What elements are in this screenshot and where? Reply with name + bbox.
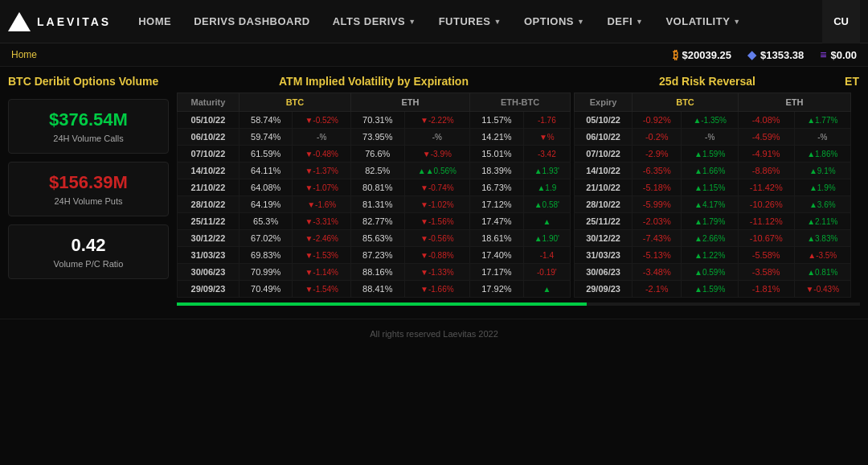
cell-eth-chg: ▼-0.74% — [404, 179, 470, 196]
nav-items: HOME DERIVS DASHBOARD ALTS DERIVS ▼ FUTU… — [127, 0, 822, 43]
cell-etb-chg: -1.4 — [523, 247, 570, 264]
cell-etb-chg: ▲0.58' — [523, 196, 570, 213]
table-row: 06/10/22 59.74% -% 73.95% -% 14.21% ▼% — [178, 129, 571, 146]
nav-home[interactable]: HOME — [127, 0, 182, 43]
cell-rr-val: -11.12% — [738, 213, 794, 230]
cell-rr-val: -5.58% — [738, 247, 794, 264]
puts-value: $156.39M — [20, 172, 157, 193]
cell-expiry: 30/12/22 — [575, 230, 633, 247]
cell-eth-chg: ▼-1.02% — [404, 196, 470, 213]
footer: All rights reserved Laevitas 2022 — [0, 319, 868, 348]
cell-etb-val: 17.92% — [470, 281, 524, 298]
table-row: 05/10/22 58.74% ▼-0.52% 70.31% ▼-2.22% 1… — [178, 112, 571, 129]
nav-defi[interactable]: DEFI ▼ — [596, 0, 654, 43]
main-content: BTC Deribit Options Volume $376.54M 24H … — [0, 67, 868, 311]
cell-eth-val: 87.23% — [350, 247, 404, 264]
cell-eth-val: 70.31% — [350, 112, 404, 129]
cell-rr-eth-chg: ▲9.1% — [794, 163, 850, 179]
table-row: 28/10/22 64.19% ▼-1.6% 81.31% ▼-1.02% 17… — [178, 196, 571, 213]
cell-rr-btc-chg: ▲1.66% — [682, 163, 738, 179]
cell-rr-eth-chg: ▲0.81% — [794, 264, 850, 281]
cell-btc-val: 67.02% — [239, 230, 293, 247]
table-row: 28/10/22 -5.99% ▲4.17% -10.26% ▲3.6% — [575, 196, 851, 213]
footer-text: All rights reserved Laevitas 2022 — [370, 329, 498, 339]
nav-volatility[interactable]: VOLATILITY ▼ — [654, 0, 751, 43]
table-row: 30/12/22 -7.43% ▲2.66% -10.67% ▲3.83% — [575, 230, 851, 247]
cell-rr-btc: -5.99% — [633, 196, 682, 213]
btc-price: ₿ $20039.25 — [673, 48, 731, 61]
nav-alts-derivs[interactable]: ALTS DERIVS ▼ — [321, 0, 428, 43]
cell-rr-eth-chg: ▲1.86% — [794, 146, 850, 163]
ratio-metric-box: 0.42 Volume P/C Ratio — [8, 224, 169, 279]
rr-table-wrapper: Expiry BTC ETH 05/10/22 -0.92% ▲-1.35% -… — [574, 93, 851, 298]
eth-price-value: $1353.38 — [760, 49, 804, 61]
cell-expiry: 28/10/22 — [575, 196, 633, 213]
cell-maturity: 30/06/23 — [178, 264, 240, 281]
cell-etb-chg: ▼% — [523, 129, 570, 146]
cell-eth-chg: ▼-1.56% — [404, 213, 470, 230]
cell-btc-chg: ▼-0.52% — [293, 112, 350, 129]
cell-etb-val: 17.40% — [470, 247, 524, 264]
cell-etb-chg: ▲ — [523, 281, 570, 298]
solana-icon: ≡ — [820, 48, 826, 61]
cell-eth-chg: ▼-2.22% — [404, 112, 470, 129]
tables-header: ATM Implied Volatility by Expiration 25d… — [177, 75, 860, 88]
cell-rr-val: -3.58% — [738, 264, 794, 281]
cell-expiry: 29/09/23 — [575, 281, 633, 298]
cell-etb-val: 17.12% — [470, 196, 524, 213]
cell-rr-val: -4.91% — [738, 146, 794, 163]
nav-cu[interactable]: CU — [822, 0, 860, 43]
cell-etb-val: 11.57% — [470, 112, 524, 129]
cell-maturity: 05/10/22 — [178, 112, 240, 129]
cell-btc-chg: -% — [293, 129, 350, 146]
logo-area[interactable]: LAEVITAS — [8, 12, 111, 31]
chevron-down-icon: ▼ — [636, 18, 643, 26]
cell-etb-val: 18.39% — [470, 163, 524, 179]
cell-eth-chg: ▲▲0.56% — [404, 163, 470, 179]
right-panel: ATM Implied Volatility by Expiration 25d… — [177, 75, 860, 311]
table-row: 30/12/22 67.02% ▼-2.46% 85.63% ▼-0.56% 1… — [178, 230, 571, 247]
rr-section-title: 25d Risk Reversal — [571, 75, 844, 88]
cell-expiry: 31/03/23 — [575, 247, 633, 264]
table-row: 06/10/22 -0.2% -% -4.59% -% — [575, 129, 851, 146]
cell-rr-val: -4.08% — [738, 112, 794, 129]
nav-derivs-dashboard[interactable]: DERIVS DASHBOARD — [182, 0, 321, 43]
calls-value: $376.54M — [20, 109, 157, 130]
cell-rr-btc-chg: ▲1.59% — [682, 281, 738, 298]
cell-rr-val: -4.59% — [738, 129, 794, 146]
cell-rr-btc: -6.35% — [633, 163, 682, 179]
cell-rr-eth-chg: ▼-0.43% — [794, 281, 850, 298]
nav-futures[interactable]: FUTURES ▼ — [428, 0, 513, 43]
cell-etb-chg: ▲ — [523, 213, 570, 230]
cell-maturity: 07/10/22 — [178, 146, 240, 163]
bitcoin-icon: ₿ — [673, 48, 678, 61]
cell-etb-val: 18.61% — [470, 230, 524, 247]
atm-table: Maturity BTC ETH ETH-BTC 05/10/22 58.74%… — [177, 93, 571, 298]
cell-etb-chg: -0.19' — [523, 264, 570, 281]
cell-expiry: 25/11/22 — [575, 213, 633, 230]
cell-btc-val: 58.74% — [239, 112, 293, 129]
breadcrumb-home[interactable]: Home — [11, 49, 37, 60]
cell-eth-chg: ▼-1.66% — [404, 281, 470, 298]
navbar: LAEVITAS HOME DERIVS DASHBOARD ALTS DERI… — [0, 0, 868, 43]
table-row: 31/03/23 -5.13% ▲1.22% -5.58% ▲-3.5% — [575, 247, 851, 264]
cell-btc-val: 59.74% — [239, 129, 293, 146]
table-row: 21/10/22 -5.18% ▲1.15% -11.42% ▲1.9% — [575, 179, 851, 196]
cell-eth-val: 85.63% — [350, 230, 404, 247]
nav-options[interactable]: OPTIONS ▼ — [513, 0, 596, 43]
sol-price: ≡ $0.00 — [820, 48, 857, 61]
ethereum-icon: ◆ — [747, 48, 756, 61]
cell-rr-btc-chg: ▲1.79% — [682, 213, 738, 230]
col-maturity: Maturity — [178, 93, 240, 112]
cell-rr-btc: -0.2% — [633, 129, 682, 146]
table-row: 30/06/23 70.99% ▼-1.14% 88.16% ▼-1.33% 1… — [178, 264, 571, 281]
cell-eth-val: 76.6% — [350, 146, 404, 163]
table-row: 25/11/22 -2.03% ▲1.79% -11.12% ▲2.11% — [575, 213, 851, 230]
eth-price: ◆ $1353.38 — [747, 48, 804, 61]
cell-eth-val: 88.41% — [350, 281, 404, 298]
calls-label: 24H Volume Calls — [20, 134, 157, 143]
rr-table: Expiry BTC ETH 05/10/22 -0.92% ▲-1.35% -… — [574, 93, 851, 298]
price-bar: ₿ $20039.25 ◆ $1353.38 ≡ $0.00 — [673, 48, 857, 61]
cell-rr-val: -10.67% — [738, 230, 794, 247]
left-panel-title: BTC Deribit Options Volume — [8, 75, 169, 88]
